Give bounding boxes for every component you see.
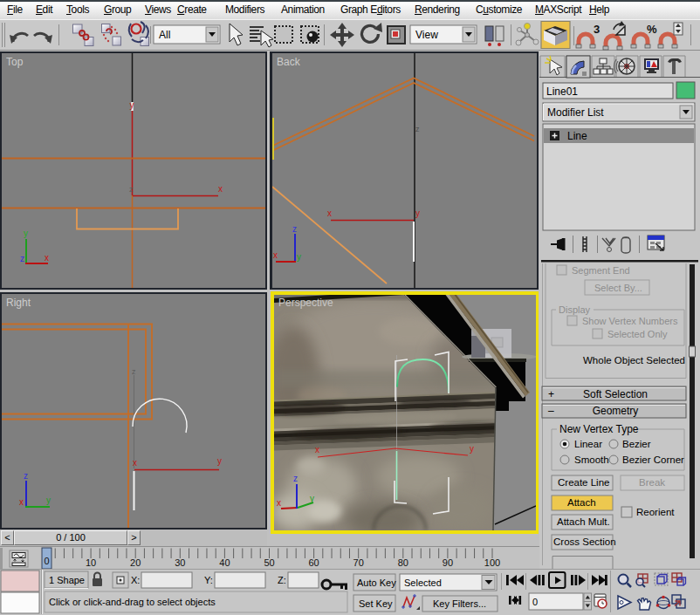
svg-text:Bezier Corner: Bezier Corner <box>622 454 684 465</box>
svg-text:y: y <box>46 495 51 505</box>
svg-text:y: y <box>310 494 314 503</box>
svg-text:y: y <box>470 444 474 454</box>
svg-text:70: 70 <box>353 557 364 568</box>
svg-text:50: 50 <box>264 557 274 568</box>
svg-text:x: x <box>315 445 319 454</box>
svg-text:New Vertex Type: New Vertex Type <box>559 423 639 435</box>
svg-text:Reorient: Reorient <box>636 507 675 517</box>
svg-text:Display: Display <box>559 304 591 315</box>
svg-text:0: 0 <box>44 556 49 566</box>
svg-text:Break: Break <box>639 477 665 488</box>
svg-text:x: x <box>133 458 137 468</box>
svg-text:–: – <box>548 405 554 417</box>
svg-text:Attach Mult.: Attach Mult. <box>557 516 610 527</box>
svg-text:Back: Back <box>277 56 301 68</box>
svg-text:Create Line: Create Line <box>558 477 609 488</box>
svg-text:Linear: Linear <box>574 439 602 449</box>
svg-text:Right: Right <box>6 297 31 309</box>
svg-text:Bezier: Bezier <box>622 439 651 449</box>
svg-text:Selected Only: Selected Only <box>607 329 668 339</box>
svg-text:1 Shape: 1 Shape <box>49 575 85 585</box>
svg-text:Cross Section: Cross Section <box>553 536 616 547</box>
svg-text:Modifier List: Modifier List <box>547 106 604 119</box>
svg-text:View: View <box>415 29 438 41</box>
svg-text:Top: Top <box>6 56 24 68</box>
svg-text:y: y <box>130 100 134 110</box>
svg-text:Smooth: Smooth <box>574 454 609 465</box>
svg-text:z: z <box>293 474 298 483</box>
svg-text:Y:: Y: <box>204 575 213 585</box>
svg-text:100: 100 <box>484 557 500 568</box>
svg-text:Line: Line <box>567 130 587 142</box>
svg-text:Line01: Line01 <box>546 85 578 98</box>
svg-text:x: x <box>277 498 281 508</box>
svg-text:Select By...: Select By... <box>594 283 642 293</box>
svg-text:y: y <box>217 456 222 466</box>
svg-text:Segment End: Segment End <box>572 265 630 276</box>
svg-text:z: z <box>20 254 24 263</box>
svg-text:20: 20 <box>130 557 141 568</box>
svg-text:30: 30 <box>175 557 185 568</box>
svg-text:z: z <box>292 224 297 234</box>
svg-text:Set Key: Set Key <box>359 598 393 609</box>
svg-text:3: 3 <box>594 23 600 36</box>
svg-text:x: x <box>273 250 278 260</box>
svg-text:Soft Selection: Soft Selection <box>583 388 648 400</box>
svg-text:X:: X: <box>131 575 140 585</box>
svg-text:%: % <box>647 23 657 36</box>
svg-text:Attach: Attach <box>567 497 596 508</box>
svg-text:x: x <box>218 184 223 194</box>
svg-text:0: 0 <box>532 597 538 607</box>
svg-text:Geometry: Geometry <box>593 405 639 417</box>
svg-text:Whole Object Selected: Whole Object Selected <box>583 355 685 366</box>
svg-text:Perspective: Perspective <box>278 297 333 309</box>
svg-text:y: y <box>415 208 420 218</box>
svg-text:10: 10 <box>86 557 96 568</box>
svg-text:x: x <box>45 253 49 263</box>
svg-text:Key Filters...: Key Filters... <box>433 598 486 609</box>
svg-text:Click or click-and-drag to sel: Click or click-and-drag to select object… <box>49 597 216 607</box>
svg-text:y: y <box>24 229 28 238</box>
svg-text:60: 60 <box>308 557 319 568</box>
svg-text:x: x <box>19 497 24 507</box>
svg-text:All: All <box>159 29 170 41</box>
svg-text:y: y <box>297 252 301 262</box>
svg-text:+: + <box>548 388 554 400</box>
svg-text:80: 80 <box>398 557 408 568</box>
svg-text:z: z <box>132 367 136 376</box>
svg-text:90: 90 <box>443 557 453 568</box>
svg-text:Selected: Selected <box>404 577 442 588</box>
svg-text:z: z <box>24 471 28 481</box>
svg-text:Z:: Z: <box>278 575 286 585</box>
svg-text:z: z <box>415 125 420 133</box>
svg-text:40: 40 <box>219 557 230 568</box>
svg-text:z: z <box>129 185 134 194</box>
svg-text:x: x <box>327 208 332 218</box>
svg-text:Auto Key: Auto Key <box>357 577 396 588</box>
svg-text:Show Vertex Numbers: Show Vertex Numbers <box>582 316 678 326</box>
